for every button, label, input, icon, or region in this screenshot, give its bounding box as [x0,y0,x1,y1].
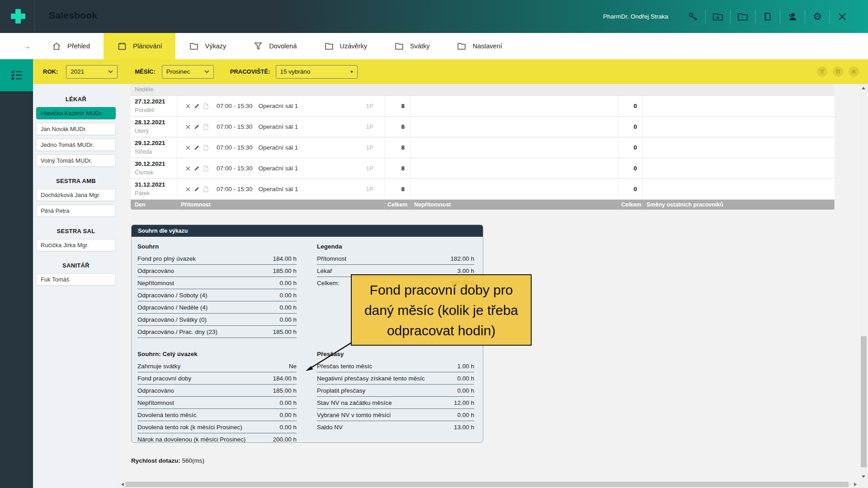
present-total: 8 [385,179,410,199]
close-icon[interactable] [836,11,848,23]
row-date: 29.12.2021 [135,140,177,146]
tab-prehled[interactable]: Přehled [38,33,104,59]
delete-shift-icon[interactable] [185,103,191,109]
absence-cell[interactable] [410,158,618,178]
person-item[interactable]: Hlavička Kazimír MUDr. [36,107,116,119]
other-shifts-cell [643,137,835,158]
document-icon[interactable] [203,165,209,172]
document-icon[interactable] [203,103,209,109]
nav-collapse-arrow-icon[interactable]: → [24,33,30,59]
nav-tabs: Přehled Plánování Výkazy Dovolená [38,33,516,59]
absent-total: 0 [618,96,643,116]
scroll-left-arrow[interactable] [121,483,124,486]
summary-value: 184.00 h [273,375,297,382]
shift-place: Operační sál 1 [259,186,298,192]
folder-icon[interactable] [737,11,749,23]
header-separator [780,10,780,23]
summary-label: Nepřítomnost [137,399,174,406]
absence-cell[interactable] [410,117,618,137]
table-row[interactable]: 30.12.2021 Čtvrtek 07:00 - 15:30 Operačn… [131,158,835,179]
table-row[interactable]: 27.12.2021 Pondělí 07:00 - 15:30 Operačn… [131,96,835,117]
pracoviste-select[interactable]: 15 vybráno ▾ [276,65,358,79]
pracoviste-label: PRACOVIŠTĚ: [230,68,270,75]
table-row[interactable]: 31.12.2021 Pátek 07:00 - 15:30 Operační … [131,179,835,200]
shift-tag: 1P [366,144,373,151]
edit-shift-icon[interactable] [194,165,200,171]
delete-shift-icon[interactable] [185,145,191,150]
delete-shift-icon[interactable] [185,187,191,192]
summary-label: Zahrnuje svátky [137,363,180,370]
shift-tag: 1P [366,186,373,192]
tab-planovani[interactable]: Plánování [104,33,176,59]
person-item[interactable]: Jedno Tomáš MUDr. [36,139,116,151]
summary-value: 0.00 h [279,280,297,286]
tab-nastaveni[interactable]: Nastavení [443,33,515,59]
col-nepritomnost: Nepřítomnost [410,200,618,210]
table-row[interactable]: 28.12.2021 Úterý 07:00 - 15:30 Operační … [131,117,835,137]
horizontal-scrollbar-thumb[interactable] [125,482,849,487]
person-item[interactable]: Jan Novák MUDr. [36,123,116,135]
folder-icon [457,41,467,51]
key-icon[interactable] [687,11,699,23]
vertical-scrollbar-thumb[interactable] [861,336,867,467]
shift-time: 07:00 - 15:30 [217,103,253,109]
row-day: Pondělí [135,107,177,113]
person-icon[interactable] [787,11,798,23]
absence-cell[interactable] [410,137,618,158]
summary-value: 184.00 h [273,255,297,262]
gear-icon[interactable]: ⚙ [811,11,823,23]
menu-icon[interactable] [849,66,859,77]
present-total: 8 [385,158,410,178]
person-item[interactable]: Ručička Jirka Mgr. [36,239,116,251]
delete-shift-icon[interactable] [185,166,191,171]
folder-n-icon[interactable]: N [712,11,724,23]
filter-bar: ROK: 2021 MĚSÍC: Prosinec PRACOVIŠTĚ: 15… [33,59,868,84]
tab-svatky[interactable]: Svátky [381,33,443,59]
person-item[interactable]: Docházková Jana Mgr. [36,189,116,201]
filter-icon[interactable] [817,66,827,77]
summary-left-column: Souhrn Fond pro plný úvazek184.00 h Odpr… [137,240,297,446]
mesic-select[interactable]: Prosinec [162,65,214,79]
scroll-down-arrow[interactable] [862,475,865,478]
scroll-up-arrow[interactable] [862,87,865,89]
tab-vykazy[interactable]: Výkazy [175,33,240,59]
absence-cell[interactable] [410,96,618,116]
rok-select[interactable]: 2021 [66,65,118,79]
delete-shift-icon[interactable] [185,124,191,130]
app-logo-plus-icon[interactable] [9,6,27,26]
shift-place: Operační sál 1 [259,123,298,130]
edit-shift-icon[interactable] [194,124,200,130]
table-row[interactable]: 29.12.2021 Středa 07:00 - 15:30 Operační… [131,137,835,158]
sidebar-toggle[interactable] [0,59,33,91]
person-item[interactable]: Volný Tomáš MUDr. [36,155,116,167]
cely-uvazek-title: Souhrn: Celý úvazek [137,348,297,360]
edit-shift-icon[interactable] [194,186,200,192]
horizontal-scrollbar[interactable] [119,481,868,488]
edit-shift-icon[interactable] [194,103,200,109]
absence-cell[interactable] [410,179,618,199]
query-speed-value: 560(ms) [182,457,205,464]
edit-shift-icon[interactable] [194,145,200,150]
window-icon[interactable] [762,11,774,23]
filter-bar-actions [817,59,859,84]
document-icon[interactable] [203,186,209,192]
document-icon[interactable] [203,145,209,151]
person-item[interactable]: Fuk Tomáš [36,273,116,286]
vertical-scrollbar[interactable] [860,84,868,481]
tab-dovolena[interactable]: Dovolená [240,33,310,59]
document-icon[interactable] [203,124,209,130]
scroll-right-arrow[interactable] [854,483,857,486]
legenda-title: Legenda [317,240,474,253]
summary-value: Ne [289,363,297,370]
header-separator [830,10,830,23]
section-title-sestra-sal: SESTRA SAL [33,228,119,235]
summary-label: Saldo NV [317,424,343,431]
row-date: 31.12.2021 [135,181,177,188]
shift-place: Operační sál 1 [259,103,298,109]
person-item[interactable]: Pilná Petra [36,205,116,217]
printer-icon[interactable] [833,66,843,77]
schedule-table: 26.12.2021 Neděle 27.12.2021 Pondělí [131,84,835,210]
summary-label: Přítomnost [317,255,346,262]
tab-uzaverky[interactable]: Uzávěrky [311,33,381,59]
folder-icon [189,41,199,51]
